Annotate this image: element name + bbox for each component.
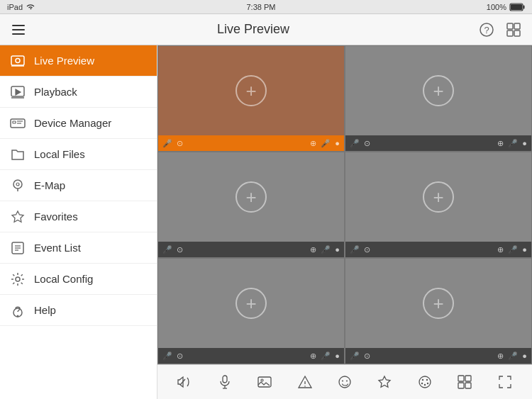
smiley-button[interactable] (329, 366, 360, 398)
svg-point-33 (339, 376, 350, 388)
camera-cell-1[interactable]: + 🎤 ⊙ ⊕ 🎤 ● (157, 45, 345, 152)
playback-icon (10, 84, 26, 100)
cam-dot-icon: ● (335, 139, 340, 147)
svg-point-17 (16, 183, 19, 186)
sidebar-item-label: Device Manager (34, 117, 111, 129)
local-config-icon (10, 271, 26, 287)
cam-search-icon: ⊕ (497, 245, 504, 254)
cam-mic2-icon: 🎤 (508, 245, 518, 254)
cam-mic2-icon: 🎤 (321, 139, 331, 148)
layout-button[interactable] (504, 20, 523, 40)
sidebar-item-local-files[interactable]: Local Files (0, 139, 157, 170)
svg-rect-42 (458, 376, 464, 381)
nav-bar: Live Preview ? (0, 14, 532, 45)
cam-search-icon: ⊕ (310, 352, 316, 361)
camera-cell-4[interactable]: + 🎤 ⊙ ⊕ 🎤 ● (345, 152, 532, 258)
grid-switch-button[interactable] (449, 366, 480, 398)
add-camera-icon-1: + (235, 75, 267, 106)
add-camera-icon-5: + (235, 288, 267, 319)
camera-view-5: + (158, 259, 344, 348)
image-button[interactable] (249, 366, 280, 398)
page-title: Live Preview (40, 22, 467, 37)
hamburger-menu-button[interactable] (9, 20, 28, 40)
alert-button[interactable] (289, 366, 321, 398)
palette-button[interactable] (409, 366, 440, 398)
battery-icon (509, 3, 525, 11)
cam-mic-icon: 🎤 (162, 139, 172, 148)
fullscreen-button[interactable] (489, 366, 521, 398)
svg-point-36 (419, 376, 431, 388)
sidebar-item-live-preview[interactable]: Live Preview (0, 45, 157, 77)
sidebar-item-label: E-Map (34, 179, 65, 191)
svg-point-34 (342, 381, 343, 382)
camera-cell-3[interactable]: + 🎤 ⊙ ⊕ 🎤 ● (157, 152, 345, 258)
sidebar: Live Preview Playback Device Manager Loc… (0, 45, 157, 399)
sidebar-item-label: Playback (34, 86, 77, 98)
camera-toolbar-3: 🎤 ⊙ ⊕ 🎤 ● (158, 242, 344, 257)
event-list-icon (10, 240, 26, 256)
sidebar-item-label: Favorites (34, 210, 78, 223)
add-camera-icon-6: + (423, 288, 454, 319)
svg-point-24 (17, 315, 18, 317)
grid-icon (457, 374, 472, 390)
image-icon (257, 374, 272, 390)
cam-search-icon: ⊕ (310, 245, 316, 254)
sidebar-item-local-config[interactable]: Local Config (0, 264, 157, 295)
content-area: + 🎤 ⊙ ⊕ 🎤 ● + 🎤 ⊙ (157, 45, 532, 399)
camera-view-1: + (158, 46, 344, 135)
sidebar-item-label: Event List (34, 242, 81, 254)
cam-search-icon: ⊕ (310, 139, 316, 148)
camera-cell-2[interactable]: + 🎤 ⊙ ⊕ 🎤 ● (345, 45, 532, 152)
svg-rect-2 (523, 5, 524, 9)
cam-circle-icon: ⊙ (177, 139, 183, 148)
microphone-button[interactable] (209, 366, 240, 398)
svg-rect-44 (458, 383, 464, 388)
sidebar-item-event-list[interactable]: Event List (0, 232, 157, 264)
sidebar-item-help[interactable]: Help (0, 295, 157, 326)
alert-icon (297, 374, 313, 390)
cam-mic-icon: 🎤 (350, 139, 360, 148)
svg-text:?: ? (484, 24, 489, 35)
device-label: iPad (7, 3, 23, 11)
cam-dot-icon: ● (522, 245, 527, 254)
cam-circle-icon: ⊙ (364, 352, 370, 361)
star-icon (377, 374, 392, 390)
smiley-icon (337, 374, 353, 390)
local-files-icon (10, 147, 26, 162)
cam-dot-icon: ● (335, 352, 340, 360)
main-layout: Live Preview Playback Device Manager Loc… (0, 45, 532, 399)
cam-mic-icon: 🎤 (162, 245, 172, 254)
status-time: 7:38 PM (246, 3, 275, 11)
svg-rect-45 (465, 383, 471, 388)
sidebar-item-label: Help (34, 304, 56, 316)
help-icon: ? (479, 22, 494, 38)
svg-rect-1 (511, 4, 522, 10)
device-manager-icon (10, 116, 26, 131)
svg-point-10 (16, 58, 20, 62)
camera-view-4: + (345, 152, 531, 242)
sidebar-item-playback[interactable]: Playback (0, 77, 157, 108)
svg-point-38 (426, 379, 428, 381)
camera-toolbar-4: 🎤 ⊙ ⊕ 🎤 ● (345, 242, 531, 257)
sidebar-item-e-map[interactable]: E-Map (0, 170, 157, 201)
star-button[interactable] (369, 366, 400, 398)
sidebar-item-favorites[interactable]: Favorites (0, 201, 157, 232)
camera-grid: + 🎤 ⊙ ⊕ 🎤 ● + 🎤 ⊙ (157, 45, 532, 364)
sidebar-item-device-manager[interactable]: Device Manager (0, 108, 157, 139)
help-button[interactable]: ? (477, 20, 497, 40)
camera-cell-6[interactable]: + 🎤 ⊙ ⊕ 🎤 ● (345, 258, 532, 364)
microphone-icon (217, 374, 233, 390)
svg-point-22 (16, 277, 20, 281)
cam-mic2-icon: 🎤 (321, 352, 331, 361)
cam-search-icon: ⊕ (497, 139, 504, 148)
speaker-button[interactable] (169, 366, 200, 398)
svg-point-40 (427, 383, 428, 384)
svg-rect-7 (507, 30, 513, 36)
cam-mic-icon: 🎤 (162, 352, 172, 361)
menu-icon (12, 25, 25, 35)
camera-view-6: + (345, 259, 531, 348)
live-preview-icon (10, 53, 26, 69)
camera-toolbar-1: 🎤 ⊙ ⊕ 🎤 ● (158, 135, 344, 151)
e-map-icon (10, 178, 26, 193)
camera-cell-5[interactable]: + 🎤 ⊙ ⊕ 🎤 ● (157, 258, 345, 364)
